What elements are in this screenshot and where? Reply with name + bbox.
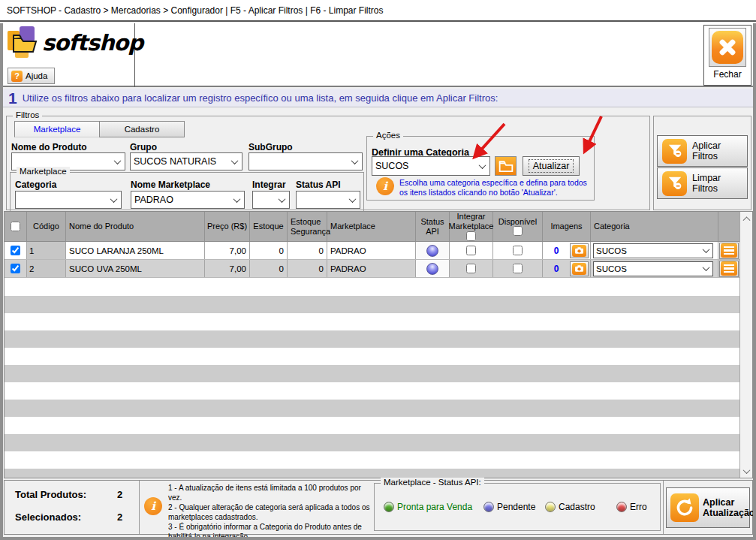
aplicar-atualizacao-button[interactable]: AplicarAtualização <box>666 487 750 528</box>
row-categoria-select[interactable]: SUCOS <box>593 261 713 276</box>
disponivel-checkbox[interactable] <box>513 246 523 255</box>
header-integrar-marketplace[interactable]: Integrar Marketplace <box>450 212 493 241</box>
acoes-hint: Escolha uma categoria específica e defin… <box>376 177 591 198</box>
cell-integrar <box>450 260 493 277</box>
images-button[interactable] <box>570 243 589 258</box>
chevron-down-icon <box>230 192 244 208</box>
row-menu-button[interactable] <box>719 261 739 277</box>
disponivel-all-checkbox[interactable] <box>513 226 523 236</box>
header-codigo[interactable]: Código <box>27 212 66 241</box>
yellow-status-dot <box>545 502 556 512</box>
images-button[interactable] <box>570 261 589 276</box>
scroll-down-arrow[interactable] <box>740 465 752 478</box>
legend-item-pronta: Pronta para Venda <box>384 502 472 512</box>
header-categoria[interactable]: Categoria <box>591 212 718 241</box>
tab-cadastro[interactable]: Cadastro <box>99 121 185 137</box>
chevron-down-icon <box>107 192 121 208</box>
chevron-down-icon <box>227 153 242 170</box>
selecionados-label: Selecionados: <box>15 511 81 523</box>
status-pendente-orb <box>426 263 438 275</box>
window-titlebar[interactable]: SOFTSHOP - Cadastro > Mercadorias > Conf… <box>0 0 756 22</box>
cell-preco: 7,00 <box>205 260 250 277</box>
header-marketplace[interactable]: Marketplace <box>327 212 416 241</box>
cell-marketplace: PADRAO <box>327 242 416 259</box>
empty-row-stripe <box>5 296 739 313</box>
cell-codigo: 2 <box>27 260 66 277</box>
cell-select <box>5 242 27 259</box>
grupo-select[interactable]: SUCOS NATURAIS <box>130 152 242 170</box>
window-title: SOFTSHOP - Cadastro > Mercadorias > Conf… <box>7 5 384 16</box>
disponivel-checkbox[interactable] <box>513 264 523 273</box>
limpar-filtros-button[interactable]: LimparFiltros <box>657 167 748 199</box>
nome-marketplace-label: Nome Marketplace <box>131 179 210 190</box>
red-status-dot <box>616 502 627 512</box>
legend-item-pendente: Pendente <box>483 502 535 512</box>
cell-actions <box>718 242 739 259</box>
nome-marketplace-select[interactable]: PADRAO <box>131 191 245 209</box>
cell-marketplace: PADRAO <box>327 260 416 277</box>
row-checkbox[interactable] <box>11 246 20 255</box>
cell-imagens: 0 <box>543 242 591 259</box>
empty-row-stripe <box>5 434 739 451</box>
empty-row-stripe <box>5 400 739 417</box>
scroll-up-arrow[interactable] <box>740 212 752 225</box>
status-pendente-orb <box>426 245 438 257</box>
header-nome[interactable]: Nome do Produto <box>66 212 205 241</box>
definir-categoria-select[interactable]: SUCOS <box>372 156 490 176</box>
row-checkbox[interactable] <box>11 264 20 273</box>
select-all-checkbox[interactable] <box>11 222 20 231</box>
empty-row-stripe <box>5 279 739 296</box>
filter-clear-icon <box>662 171 687 196</box>
categoria-select[interactable] <box>15 191 122 209</box>
integrar-label: Integrar <box>252 179 286 190</box>
help-button[interactable]: Ajuda <box>8 68 55 84</box>
instruction-text: Utilize os filtros abaixo para localizar… <box>23 92 498 104</box>
integrar-checkbox[interactable] <box>466 246 476 255</box>
integrar-checkbox[interactable] <box>466 264 476 273</box>
cell-select <box>5 260 27 277</box>
tab-marketplace[interactable]: Marketplace <box>14 121 100 137</box>
header-disponivel[interactable]: Disponível <box>493 212 543 241</box>
chevron-down-icon <box>700 262 712 276</box>
status-api-select[interactable] <box>296 191 360 209</box>
acoes-hint-text: Escolha uma categoria específica e defin… <box>399 177 591 198</box>
aplicar-filtros-button[interactable]: AplicarFiltros <box>657 135 748 167</box>
close-button[interactable] <box>709 28 746 67</box>
logo-block: softshop Ajuda <box>3 23 135 87</box>
green-status-dot <box>384 502 394 512</box>
header-imagens[interactable]: Imagens <box>543 212 591 241</box>
header-band: softshop Ajuda Fechar <box>3 23 753 87</box>
header-estoque-seguranca[interactable]: Estoque Segurança <box>288 212 327 241</box>
app-frame: softshop Ajuda Fechar 1 Utilize os filtr… <box>0 23 756 540</box>
aplicar-atualizacao-label: AplicarAtualização <box>703 497 754 519</box>
subgrupo-select[interactable] <box>248 152 363 170</box>
browse-category-button[interactable] <box>495 156 517 176</box>
atualizar-button[interactable]: Atualizar <box>523 156 580 176</box>
chevron-down-icon <box>348 153 362 170</box>
filtros-group-label: Filtros <box>13 110 42 119</box>
row-menu-button[interactable] <box>719 243 739 259</box>
softshop-logo-icon <box>8 26 41 59</box>
question-icon <box>11 71 23 82</box>
integrar-select[interactable] <box>252 191 290 209</box>
header-preco[interactable]: Preço (R$) <box>205 212 250 241</box>
vertical-scrollbar[interactable] <box>739 212 752 478</box>
marketplace-group-label: Marketplace <box>17 167 70 176</box>
cell-disponivel <box>493 260 543 277</box>
selecionados-value: 2 <box>117 511 122 523</box>
list-icon <box>721 261 737 276</box>
total-produtos-value: 2 <box>117 489 122 500</box>
close-label: Fechar <box>713 69 741 80</box>
header-estoque[interactable]: Estoque <box>250 212 288 241</box>
table-header-row: Código Nome do Produto Preço (R$) Estoqu… <box>5 212 752 242</box>
integrar-all-checkbox[interactable] <box>466 231 476 241</box>
table-row: 2 SUCO UVA 250ML 7,00 0 0 PADRAO 0 SUCOS <box>5 260 752 278</box>
info-icon <box>376 177 394 195</box>
close-box: Fechar <box>703 25 751 86</box>
row-categoria-select[interactable]: SUCOS <box>593 243 713 258</box>
total-produtos-label: Total Produtos: <box>15 489 86 500</box>
header-status-api[interactable]: Status API <box>416 212 450 241</box>
camera-icon <box>572 245 586 257</box>
cell-estoque-seguranca: 0 <box>288 260 327 277</box>
footer-notes: 1 - A atualização de itens está limitada… <box>168 483 372 540</box>
